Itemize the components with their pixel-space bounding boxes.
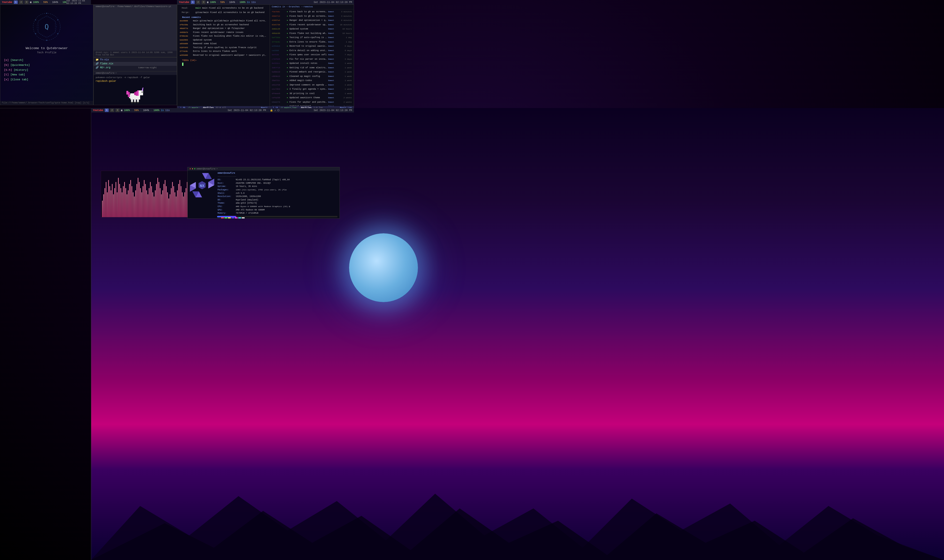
- qute-subtitle: Tech Profile: [4, 51, 89, 54]
- tag-bl3[interactable]: 3: [116, 109, 119, 112]
- audio-bar: [143, 186, 143, 217]
- audio-bar: [165, 180, 165, 217]
- recent-commits-header: Recent commits: [180, 15, 267, 19]
- log-item: 0e315cc ● Updated install notes Emmet 1 …: [270, 62, 354, 66]
- audio-bar: [181, 186, 181, 217]
- tag-r3[interactable]: 3: [202, 0, 205, 4]
- audio-bar: [110, 186, 110, 217]
- audio-bar: [138, 178, 139, 217]
- tag-r2[interactable]: 2: [196, 0, 200, 4]
- commit-item: bdd2003 Updated system: [180, 38, 267, 42]
- commits-header: Commits in --branches --remotes: [270, 5, 354, 9]
- memory-bar-bg: [217, 216, 338, 217]
- svg-rect-23: [142, 92, 143, 92]
- file-item: 🔗 flake.nix: [94, 62, 177, 66]
- pokemon-terminal: emmet@snowfire:~ pokemon-colorscripts -n…: [94, 71, 177, 105]
- layout-icon: ▦: [30, 1, 31, 4]
- audio-bar: [159, 182, 159, 217]
- audio-bar: [156, 184, 157, 217]
- tag-bl2[interactable]: 2: [110, 109, 114, 112]
- audio-bar: [153, 192, 153, 217]
- vol-bl: 11s: [165, 109, 170, 112]
- svg-rect-14: [143, 88, 143, 89]
- commit-item: 2774c0c Extra lines to ensure flakes wor…: [180, 49, 267, 54]
- tag-1[interactable]: 1: [14, 0, 18, 4]
- menu-history[interactable]: [S-h] [History]: [4, 68, 89, 73]
- commit-item: ef0c50a Switching back to gh as screensh…: [180, 23, 267, 27]
- audio-bar: [135, 190, 136, 217]
- log-item: 4396fa4 ● Ranger dnd optimization + qb f…: [270, 18, 354, 23]
- audio-bar: [154, 197, 154, 217]
- neo-username: emmet@snowfire: [217, 172, 338, 175]
- audio-bar: [113, 194, 114, 217]
- neo-de: DE: Hyprland (Wayland): [217, 198, 338, 202]
- filebrowser-titlebar: emmet@snowfire: /home/emmet/.dotfiles/th…: [94, 5, 177, 57]
- audio-bar: [146, 190, 147, 217]
- tag-bl1[interactable]: 1: [105, 109, 109, 112]
- tag-3[interactable]: 3: [25, 0, 29, 4]
- audio-bar: [108, 180, 109, 217]
- audio-bar: [114, 188, 115, 217]
- vol-r: 11s: [251, 1, 256, 4]
- audio-bar: [134, 197, 135, 217]
- commit-item: 40b8f7d Ranger dnd optimization + qb fil…: [180, 27, 267, 31]
- filebrowser-statusbar: droot-sys: 1 emmet users 5 2023-11-04 14…: [94, 51, 177, 57]
- nixos-logo: NX: [188, 172, 216, 199]
- audio-bar: [168, 198, 169, 217]
- audio-bar: [182, 192, 183, 217]
- freq-bl: 104%: [143, 109, 149, 112]
- bat-bl: 100%: [153, 109, 159, 112]
- tag-r1[interactable]: 1: [191, 0, 195, 4]
- audio-bar: [186, 188, 186, 217]
- log-item: 29af21c ● Added magit-todos Emmet 1 week: [270, 78, 354, 83]
- neo-divider: ---------------: [217, 175, 338, 178]
- timestamp-bl: Sat 2023-11-04 02:13:20 PM: [228, 109, 266, 112]
- audio-bar: [171, 188, 171, 217]
- neofetch-content: NX emmet@snowfire --------------- OS: Ni…: [188, 171, 339, 218]
- menu-newtab[interactable]: [t] [New tab]: [4, 72, 89, 77]
- audio-bar: [174, 192, 175, 217]
- log-item: a2658e0 ● Reverted to original uwunicorn…: [270, 44, 354, 49]
- menu-quickmarks[interactable]: [b] [Quickmarks]: [4, 63, 89, 68]
- audio-bar: [172, 182, 173, 217]
- audio-bar: [170, 194, 170, 217]
- filebrowser-window: emmet@snowfire: /home/emmet/.dotfiles/th…: [93, 5, 177, 57]
- audio-bar: [139, 182, 140, 217]
- qutebrowser-window: Q Welcome to Qutebrowser Tech Profile [o…: [0, 5, 93, 105]
- audio-bar: [140, 188, 141, 217]
- svg-rect-17: [134, 92, 136, 95]
- pokemon-cmd: pokemon-colorscripts -n rapidash -f gala…: [96, 76, 175, 79]
- pokemon-titlebar: emmet@snowfire:~: [94, 71, 177, 75]
- cpu-bl: 100%: [124, 109, 130, 112]
- audio-bar: [106, 182, 106, 217]
- git-head-row: Head: main main Fixed all screenshots to…: [180, 6, 267, 11]
- log-item: e011f28 ● Improved comment on agenda syn…: [270, 83, 354, 88]
- audio-bar: [149, 188, 150, 217]
- menu-search[interactable]: [o] [Search]: [4, 58, 89, 63]
- audio-bar: [167, 192, 168, 217]
- audio-bar: [176, 197, 176, 217]
- menu-closetab[interactable]: [x] [Close tab]: [4, 77, 89, 82]
- freq: 104%: [52, 1, 58, 4]
- audio-bar: [166, 186, 167, 217]
- mem-usage: 59%: [43, 1, 48, 4]
- svg-rect-25: [134, 102, 136, 103]
- audio-bar: [164, 184, 164, 217]
- audio-bar: [144, 180, 145, 217]
- audio-bar: [125, 188, 126, 217]
- log-item: 49b0714 ● Fixes back to gh as screenshot…: [270, 14, 354, 18]
- qute-title: Welcome to Qutebrowser: [4, 46, 89, 50]
- tag-2[interactable]: 2: [19, 0, 23, 4]
- audio-bar: [128, 190, 128, 217]
- log-item: 83e5738 ● Fixes recent qutebrowser updat…: [270, 23, 354, 27]
- log-item: c003b13 ● Cleaned up magit config Emmet …: [270, 74, 354, 79]
- audio-bar: [155, 190, 156, 217]
- layout-icon-bl: ▦: [121, 109, 122, 112]
- audio-bar: [145, 184, 146, 217]
- log-item: 3774c0c ● Extra lines to ensure flakes w…: [270, 40, 354, 45]
- statusbar-bottomright: 🔒 ♪ ⬡ Sat 2023-11-04 02:13:20 PM: [268, 108, 354, 112]
- audio-bar: [131, 186, 132, 217]
- audio-bar: [102, 201, 103, 217]
- git-panel: Head: main main Fixed all screenshots to…: [177, 5, 354, 110]
- audio-bar: [107, 192, 108, 217]
